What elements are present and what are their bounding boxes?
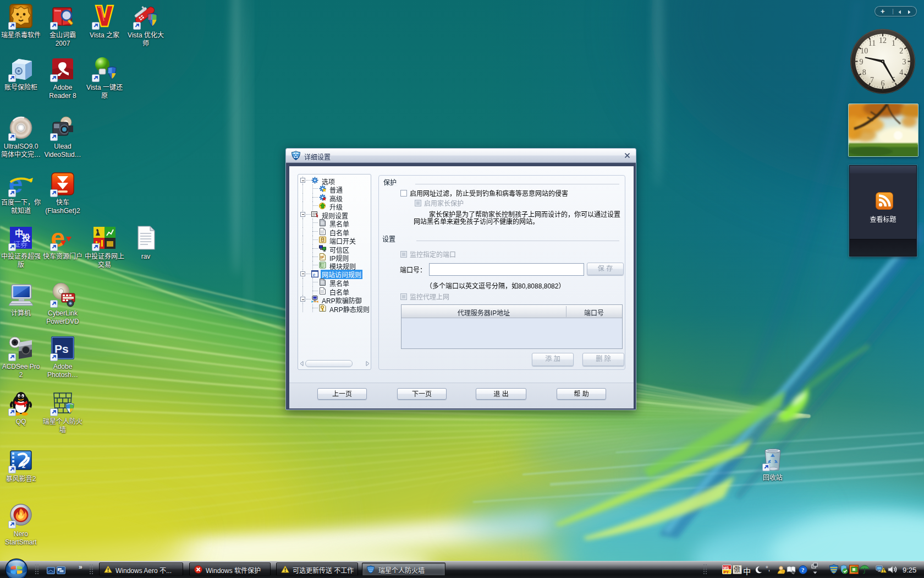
svg-text:11: 11: [868, 39, 876, 47]
svg-text:PY: PY: [724, 570, 729, 574]
svg-text:7: 7: [870, 76, 874, 84]
svg-text:MS: MS: [723, 566, 729, 570]
svg-text:傲: 傲: [734, 565, 740, 574]
svg-text:1: 1: [892, 39, 895, 47]
svg-text:4: 4: [899, 68, 903, 77]
svg-text:9: 9: [860, 58, 864, 66]
svg-text:2: 2: [899, 47, 903, 55]
svg-text:12: 12: [879, 36, 887, 45]
svg-text:10: 10: [860, 47, 868, 55]
svg-text:2: 2: [22, 462, 25, 469]
svg-text:6: 6: [881, 79, 885, 88]
svg-text:3: 3: [903, 58, 906, 66]
svg-text:8: 8: [862, 68, 866, 77]
svg-text:?: ?: [801, 566, 805, 573]
